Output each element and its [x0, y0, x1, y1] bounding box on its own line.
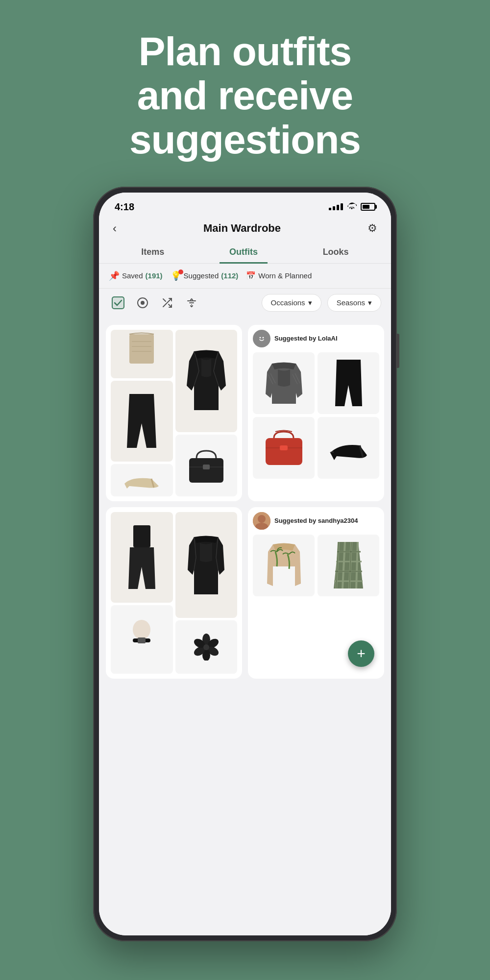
hero-title: Plan outfits and receive suggestions [39, 29, 451, 162]
occasions-dropdown[interactable]: Occasions ▾ [262, 294, 321, 312]
svg-rect-7 [129, 334, 154, 364]
outfits-grid: Suggested by LolaAI [106, 325, 384, 679]
suggester-name-2: Suggested by sandhya2304 [274, 517, 358, 524]
tabs-bar: Items Outfits Looks [99, 242, 391, 264]
svg-rect-24 [280, 445, 288, 450]
sug-item-jacket [253, 352, 315, 414]
status-icons [329, 202, 375, 212]
signal-icon [329, 203, 343, 210]
sandhya-avatar [253, 512, 270, 530]
view-toggle-button[interactable] [133, 294, 152, 312]
sug-item-pants [318, 352, 379, 414]
settings-button[interactable]: ⚙ [368, 222, 377, 235]
svg-point-16 [260, 337, 261, 338]
svg-point-37 [203, 644, 209, 650]
chevron-down-icon: ▾ [308, 298, 312, 307]
add-outfit-fab[interactable]: + [348, 640, 374, 667]
seasons-dropdown[interactable]: Seasons ▾ [327, 294, 381, 312]
seasons-label: Seasons [337, 298, 365, 307]
suggested-items-2 [253, 535, 379, 596]
content-area: Suggested by LolaAI [99, 319, 391, 935]
app-header: ‹ Main Wardrobe ⚙ [99, 217, 391, 242]
wifi-icon [347, 202, 357, 212]
svg-point-39 [258, 515, 266, 523]
hero-section: Plan outfits and receive suggestions [0, 0, 490, 182]
svg-point-27 [133, 620, 150, 639]
suggested-header-1: Suggested by LolaAI [253, 330, 379, 347]
suggester-name-1: Suggested by LolaAI [274, 335, 338, 342]
svg-point-15 [257, 334, 267, 343]
svg-point-3 [141, 301, 145, 305]
worn-label: Worn & Planned [258, 271, 312, 280]
tab-looks[interactable]: Looks [313, 242, 359, 264]
side-button [397, 334, 399, 368]
suggested-label: Suggested [184, 271, 219, 280]
select-all-button[interactable] [109, 294, 127, 312]
worn-planned-filter[interactable]: 📅 Worn & Planned [246, 271, 312, 280]
suggested-items-1 [253, 352, 379, 479]
pin-icon: 📌 [109, 270, 120, 281]
filter-row: 📌 Saved (191) 💡 Suggested (112) 📅 Worn &… [99, 264, 391, 289]
svg-rect-14 [203, 465, 210, 469]
suggested-header-2: Suggested by sandhya2304 [253, 512, 379, 530]
outfit-card-1[interactable] [106, 325, 242, 501]
phone-wrapper: 4:18 ‹ [0, 187, 490, 941]
sug-item-plaid-skirt [318, 535, 379, 596]
sug-item-heel [318, 417, 379, 479]
notification-dot [178, 270, 183, 274]
svg-rect-12 [189, 458, 223, 483]
lola-ai-avatar [253, 330, 270, 347]
shuffle-button[interactable] [158, 294, 176, 312]
sug-item-tropical [253, 535, 315, 596]
suggested-count: (112) [221, 271, 238, 280]
page-title: Main Wardrobe [203, 222, 281, 235]
svg-rect-26 [133, 525, 150, 547]
suggested-card-2[interactable]: Suggested by sandhya2304 [248, 507, 384, 679]
svg-rect-29 [138, 637, 146, 643]
sug-item-redbag [253, 417, 315, 479]
back-button[interactable]: ‹ [113, 221, 117, 235]
calendar-icon: 📅 [246, 271, 256, 280]
saved-filter[interactable]: 📌 Saved (191) [109, 270, 163, 281]
sort-button[interactable] [182, 294, 201, 312]
saved-count: (191) [146, 271, 163, 280]
svg-rect-22 [266, 438, 302, 465]
status-bar: 4:18 [99, 193, 391, 217]
tab-outfits[interactable]: Outfits [220, 242, 268, 264]
phone-frame: 4:18 ‹ [93, 187, 397, 941]
outfit-card-2[interactable] [106, 507, 242, 679]
toolbar-row: Occasions ▾ Seasons ▾ [99, 289, 391, 319]
battery-icon [361, 203, 375, 211]
saved-label: Saved [122, 271, 143, 280]
phone-screen: 4:18 ‹ [99, 193, 391, 935]
suggested-filter[interactable]: 💡 Suggested (112) [171, 270, 239, 281]
suggested-card-1[interactable]: Suggested by LolaAI [248, 325, 384, 501]
tab-items[interactable]: Items [131, 242, 174, 264]
status-time: 4:18 [115, 201, 134, 213]
svg-rect-0 [112, 297, 124, 309]
svg-point-17 [263, 337, 264, 338]
occasions-label: Occasions [271, 298, 305, 307]
chevron-down-icon: ▾ [368, 298, 372, 307]
